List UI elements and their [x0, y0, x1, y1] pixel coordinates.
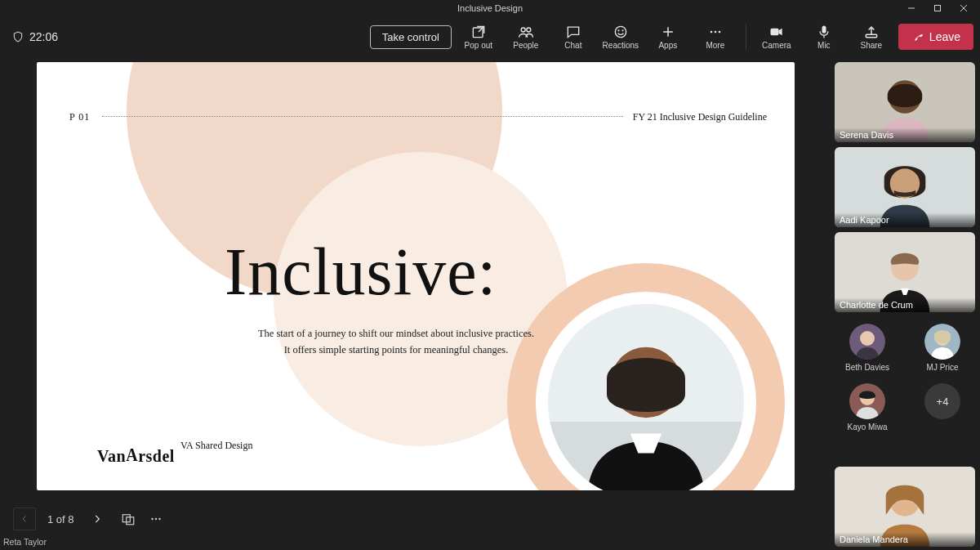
- participant-avatar[interactable]: [849, 383, 885, 419]
- chat-icon: [565, 24, 581, 40]
- leave-icon: [911, 30, 924, 43]
- self-tile[interactable]: Daniela Mandera: [835, 467, 975, 547]
- people-button[interactable]: People: [506, 17, 546, 56]
- titlebar: Inclusive Design: [0, 0, 980, 16]
- slide-photo: [548, 304, 744, 490]
- slide-brand-line: VA Shared Design: [180, 440, 252, 452]
- svg-point-24: [151, 518, 153, 520]
- gallery-view-button[interactable]: [120, 511, 136, 527]
- slide-headline: Inclusive:: [225, 234, 497, 311]
- chevron-right-icon: [91, 513, 103, 525]
- window-title: Inclusive Design: [457, 3, 523, 13]
- share-button[interactable]: Share: [851, 17, 892, 56]
- slide-logo: VanArsdel: [97, 447, 175, 466]
- mic-button[interactable]: Mic: [804, 17, 844, 56]
- more-button[interactable]: More: [695, 17, 736, 56]
- stage-column: P 01 FY 21 Inclusive Design Guideline In…: [0, 57, 831, 550]
- slide-counter: 1 of 8: [47, 513, 74, 525]
- participant-name: Kayo Miwa: [848, 423, 888, 432]
- slide-more-button[interactable]: [148, 511, 164, 527]
- people-icon: [518, 24, 534, 40]
- leave-button[interactable]: Leave: [898, 24, 973, 50]
- popout-button[interactable]: Pop out: [458, 17, 499, 56]
- window-minimize[interactable]: [898, 0, 924, 16]
- svg-rect-16: [822, 26, 826, 34]
- apps-button[interactable]: Apps: [648, 17, 688, 56]
- participant-name: Aadi Kapoor: [835, 212, 975, 227]
- share-icon: [863, 24, 880, 40]
- chat-button[interactable]: Chat: [553, 17, 594, 56]
- presenter-caption: Reta Taylor: [0, 537, 831, 550]
- svg-point-13: [715, 31, 717, 34]
- svg-point-12: [710, 31, 713, 34]
- svg-point-8: [618, 30, 619, 31]
- participant-name: Beth Davies: [845, 363, 889, 372]
- more-icon: [707, 24, 724, 40]
- svg-rect-15: [770, 29, 778, 35]
- svg-point-25: [154, 518, 156, 520]
- participant-tile[interactable]: Charlotte de Crum: [835, 232, 975, 312]
- svg-point-34: [860, 331, 875, 346]
- popout-icon: [470, 24, 487, 40]
- shared-slide: P 01 FY 21 Inclusive Design Guideline In…: [37, 62, 795, 490]
- slide-page-marker: P 01: [69, 111, 90, 123]
- take-control-button[interactable]: Take control: [370, 25, 452, 49]
- svg-rect-18: [866, 34, 876, 37]
- slide-subtext: The start of a journey to shift our mind…: [225, 325, 568, 358]
- shield-icon: [11, 30, 24, 43]
- participant-name: Serena Davis: [835, 127, 975, 142]
- camera-button[interactable]: Camera: [756, 17, 797, 56]
- meeting-toolbar: 22:06 Take control Pop out People Chat R…: [0, 16, 980, 57]
- svg-rect-1: [935, 6, 941, 11]
- overflow-avatar[interactable]: +4: [924, 383, 960, 419]
- svg-point-26: [158, 518, 160, 520]
- slide-nav: 1 of 8: [0, 501, 831, 537]
- window-maximize[interactable]: [924, 0, 951, 16]
- participant-name: Daniela Mandera: [835, 532, 975, 547]
- reactions-icon: [612, 24, 629, 40]
- svg-point-5: [521, 28, 525, 32]
- participant-name: Charlotte de Crum: [835, 297, 975, 312]
- svg-point-6: [527, 28, 531, 32]
- participant-tile[interactable]: Serena Davis: [835, 62, 975, 142]
- participant-name: MJ Price: [927, 363, 959, 372]
- svg-point-7: [615, 26, 626, 37]
- svg-point-9: [622, 30, 623, 31]
- slide-dotline: [102, 116, 623, 117]
- plus-icon: [660, 24, 676, 40]
- reactions-button[interactable]: Reactions: [600, 17, 641, 56]
- slide-guideline: FY 21 Inclusive Design Guideline: [633, 111, 767, 123]
- mic-icon: [816, 24, 832, 40]
- camera-icon: [768, 24, 785, 40]
- prev-slide-button[interactable]: [13, 508, 36, 530]
- participants-panel: Serena Davis Aadi Kapoor: [831, 57, 980, 550]
- window-close[interactable]: [951, 0, 977, 16]
- more-icon: [149, 512, 163, 526]
- meeting-timer: 22:06: [11, 30, 58, 43]
- chevron-left-icon: [20, 514, 29, 524]
- participant-avatar[interactable]: [849, 324, 885, 360]
- gallery-icon: [121, 512, 136, 526]
- participant-tile[interactable]: Aadi Kapoor: [835, 147, 975, 227]
- svg-point-14: [719, 31, 721, 34]
- participant-avatar[interactable]: [924, 324, 960, 360]
- next-slide-button[interactable]: [86, 508, 109, 530]
